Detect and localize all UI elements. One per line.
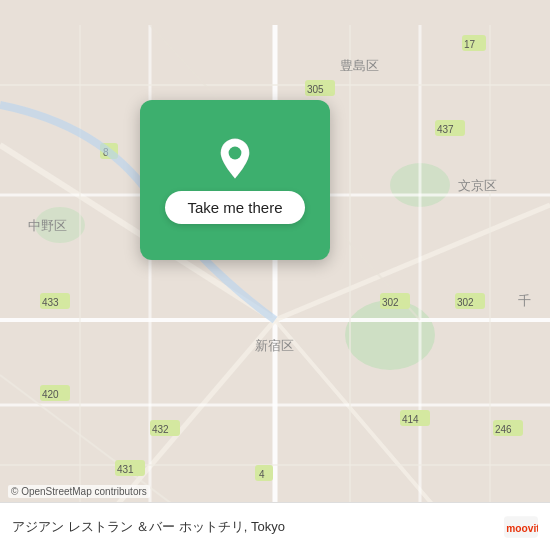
svg-text:17: 17	[464, 39, 476, 50]
svg-point-52	[229, 146, 242, 159]
copyright-text: © OpenStreetMap contributors	[8, 485, 150, 498]
svg-text:432: 432	[152, 424, 169, 435]
moovit-logo: moovit	[504, 516, 538, 538]
svg-text:305: 305	[307, 84, 324, 95]
bottom-bar: アジアン レストラン ＆バー ホットチリ, Tokyo moovit	[0, 502, 550, 550]
svg-text:moovit: moovit	[506, 522, 538, 533]
take-me-there-button[interactable]: Take me there	[165, 191, 304, 224]
svg-text:433: 433	[42, 297, 59, 308]
svg-text:246: 246	[495, 424, 512, 435]
svg-text:437: 437	[437, 124, 454, 135]
popup-card: Take me there	[140, 100, 330, 260]
svg-text:420: 420	[42, 389, 59, 400]
map-container: 豊島区 中野区 文京区 新宿区 千 17 305 8 437 433 420 4…	[0, 0, 550, 550]
svg-text:文京区: 文京区	[458, 178, 497, 193]
svg-text:新宿区: 新宿区	[255, 338, 294, 353]
place-name: アジアン レストラン ＆バー ホットチリ, Tokyo	[12, 518, 504, 536]
svg-text:302: 302	[457, 297, 474, 308]
map-background: 豊島区 中野区 文京区 新宿区 千 17 305 8 437 433 420 4…	[0, 0, 550, 550]
location-pin-icon	[213, 137, 257, 181]
svg-text:千: 千	[518, 293, 531, 308]
svg-text:4: 4	[259, 469, 265, 480]
svg-text:豊島区: 豊島区	[340, 58, 379, 73]
svg-text:302: 302	[382, 297, 399, 308]
svg-text:414: 414	[402, 414, 419, 425]
svg-text:431: 431	[117, 464, 134, 475]
svg-text:中野区: 中野区	[28, 218, 67, 233]
moovit-logo-icon: moovit	[504, 516, 538, 538]
